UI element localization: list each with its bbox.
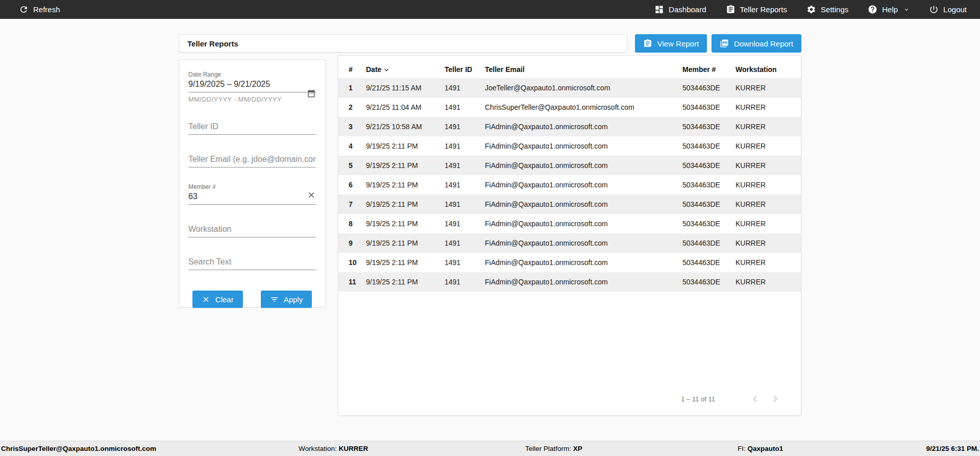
nav-teller-reports-label: Teller Reports	[740, 5, 788, 14]
power-icon	[929, 5, 939, 14]
nav-logout-label: Logout	[943, 5, 967, 14]
table-row[interactable]: 29/21/25 11:04 AM1491ChrisSuperTeller@Qa…	[338, 98, 801, 117]
pdf-icon	[720, 39, 729, 48]
nav-help-label: Help	[882, 5, 898, 14]
column-header-index[interactable]: #	[338, 61, 366, 78]
table-row[interactable]: 89/19/25 2:11 PM1491FiAdmin@Qaxpauto1.on…	[338, 214, 801, 233]
table-cell: 1491	[445, 78, 485, 98]
clipboard-icon	[643, 39, 652, 48]
table-cell: 1491	[445, 136, 485, 156]
column-header-member[interactable]: Member #	[682, 61, 736, 78]
date-range-input[interactable]	[188, 78, 316, 92]
sort-descending-icon	[382, 66, 390, 74]
table-cell: 1491	[445, 195, 485, 214]
table-cell: 5	[338, 156, 366, 175]
table-cell: KURRER	[736, 233, 801, 253]
gear-icon	[806, 5, 816, 14]
view-report-button[interactable]: View Report	[635, 34, 707, 53]
teller-email-input[interactable]	[188, 153, 316, 167]
table-row[interactable]: 109/19/25 2:11 PM1491FiAdmin@Qaxpauto1.o…	[338, 253, 801, 272]
table-row[interactable]: 19/21/25 11:15 AM1491JoeTeller@Qaxpauto1…	[338, 78, 801, 98]
next-page-button[interactable]	[765, 389, 786, 409]
apply-button[interactable]: Apply	[261, 291, 312, 308]
nav-settings-label: Settings	[821, 5, 848, 14]
clear-button[interactable]: Clear	[192, 291, 243, 308]
page-title: Teller Reports	[187, 39, 238, 48]
table-cell: 1491	[445, 214, 485, 233]
download-report-button[interactable]: Download Report	[712, 34, 801, 53]
table-cell: 1491	[445, 272, 485, 292]
table-cell: FiAdmin@Qaxpauto1.onmicrosoft.com	[485, 136, 682, 156]
nav-settings[interactable]: Settings	[806, 5, 848, 14]
table-cell: FiAdmin@Qaxpauto1.onmicrosoft.com	[485, 253, 682, 272]
column-header-teller-id[interactable]: Teller ID	[445, 61, 485, 78]
report-table-card: # Date Teller ID Teller Email Member # W…	[338, 55, 801, 416]
calendar-icon[interactable]	[307, 89, 316, 98]
nav-dashboard-label: Dashboard	[669, 5, 706, 14]
page-header: Teller Reports View Report Download Repo…	[179, 34, 801, 53]
table-cell: KURRER	[736, 98, 801, 117]
teller-id-input[interactable]	[188, 121, 316, 135]
table-cell: 9/19/25 2:11 PM	[366, 233, 445, 253]
table-cell: 9/19/25 2:11 PM	[366, 156, 445, 175]
nav-dashboard[interactable]: Dashboard	[654, 5, 706, 14]
table-cell: KURRER	[736, 156, 801, 175]
previous-page-button[interactable]	[745, 389, 765, 409]
page-title-bar: Teller Reports	[179, 34, 627, 53]
column-header-teller-email[interactable]: Teller Email	[485, 61, 682, 78]
table-cell: 9/19/25 2:11 PM	[366, 253, 445, 272]
table-cell: 1491	[445, 175, 485, 195]
table-cell: 5034463DE	[682, 272, 736, 292]
teller-email-field	[188, 153, 316, 167]
table-cell: 5034463DE	[682, 175, 736, 195]
refresh-icon	[19, 5, 29, 14]
member-number-label: Member #	[188, 183, 316, 190]
search-text-field	[188, 256, 316, 270]
table-header-row: # Date Teller ID Teller Email Member # W…	[338, 61, 801, 78]
table-cell: 1491	[445, 98, 485, 117]
workstation-input[interactable]	[188, 223, 316, 237]
nav-teller-reports[interactable]: Teller Reports	[726, 5, 788, 14]
table-row[interactable]: 99/19/25 2:11 PM1491FiAdmin@Qaxpauto1.on…	[338, 233, 801, 253]
table-cell: KURRER	[736, 253, 801, 272]
table-cell: 9/19/25 2:11 PM	[366, 195, 445, 214]
table-row[interactable]: 49/19/25 2:11 PM1491FiAdmin@Qaxpauto1.on…	[338, 136, 801, 156]
table-row[interactable]: 79/19/25 2:11 PM1491FiAdmin@Qaxpauto1.on…	[338, 195, 801, 214]
help-icon	[868, 5, 877, 14]
table-cell: 5034463DE	[682, 136, 736, 156]
table-cell: KURRER	[736, 175, 801, 195]
column-header-date[interactable]: Date	[366, 61, 445, 78]
search-text-input[interactable]	[188, 256, 316, 270]
date-range-hint: MM/DD/YYYY - MM/DD/YYYY	[188, 95, 316, 103]
table-cell: 5034463DE	[682, 233, 736, 253]
table-cell: 9/21/25 11:15 AM	[366, 78, 445, 98]
teller-id-field	[188, 121, 316, 135]
table-cell: KURRER	[736, 78, 801, 98]
member-number-input[interactable]	[188, 190, 316, 205]
table-cell: 2	[338, 98, 366, 117]
nav-logout[interactable]: Logout	[929, 5, 967, 14]
table-cell: 9	[338, 233, 366, 253]
filter-panel: Date Range MM/DD/YYYY - MM/DD/YYYY Membe…	[179, 59, 326, 307]
workstation-field	[188, 223, 316, 237]
nav-help[interactable]: Help	[868, 5, 910, 14]
view-report-label: View Report	[657, 39, 699, 48]
status-workstation: Workstation: KURRER	[299, 445, 368, 452]
table-cell: KURRER	[736, 272, 801, 292]
table-cell: 5034463DE	[682, 253, 736, 272]
refresh-button[interactable]: Refresh	[19, 5, 60, 14]
table-row[interactable]: 59/19/25 2:11 PM1491FiAdmin@Qaxpauto1.on…	[338, 156, 801, 175]
table-cell: 10	[338, 253, 366, 272]
table-cell: FiAdmin@Qaxpauto1.onmicrosoft.com	[485, 214, 682, 233]
table-row[interactable]: 119/19/25 2:11 PM1491FiAdmin@Qaxpauto1.o…	[338, 272, 801, 292]
table-cell: FiAdmin@Qaxpauto1.onmicrosoft.com	[485, 195, 682, 214]
column-header-workstation[interactable]: Workstation	[736, 61, 801, 78]
table-cell: FiAdmin@Qaxpauto1.onmicrosoft.com	[485, 175, 682, 195]
table-row[interactable]: 69/19/25 2:11 PM1491FiAdmin@Qaxpauto1.on…	[338, 175, 801, 195]
table-row[interactable]: 39/21/25 10:58 AM1491FiAdmin@Qaxpauto1.o…	[338, 117, 801, 136]
clear-member-icon[interactable]	[307, 190, 316, 200]
table-cell: KURRER	[736, 214, 801, 233]
table-cell: 5034463DE	[682, 195, 736, 214]
table-cell: 5034463DE	[682, 78, 736, 98]
table-cell: 11	[338, 272, 366, 292]
